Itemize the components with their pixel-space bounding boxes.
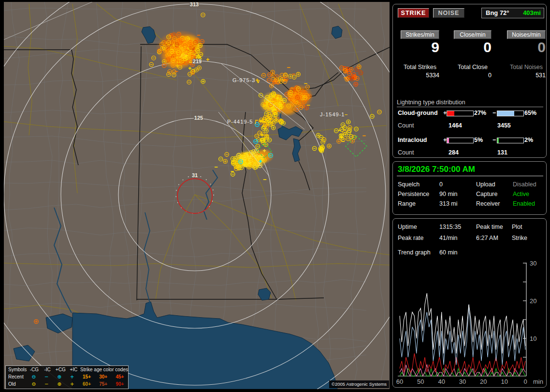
minus-percent-1: 2% — [524, 137, 533, 143]
rate-value-2: 0 — [507, 39, 546, 56]
stat-cell-1-3: Strike — [512, 235, 527, 241]
count-label-0: Count — [398, 122, 414, 129]
status-cell-1-2: Capture — [476, 191, 497, 197]
storm-direction-icon: / — [255, 119, 256, 125]
legend-row-recent: Recent⊖−⊕+15+30+45+ — [6, 373, 128, 380]
legend-age-value: 75+ — [95, 380, 112, 388]
bearing-range-readout: Bng 72° 403mi — [481, 8, 544, 18]
ring-label-219: 219 — [193, 58, 202, 64]
status-cell-0-1: 0 — [439, 181, 443, 188]
plus-bar-fill — [447, 111, 454, 116]
stat-cell-0-1: 1315:35 — [439, 224, 461, 230]
lightning-map[interactable]: G-975-3vP-4419-5/J-1549-1–31125219313 Sy… — [4, 2, 390, 389]
noise-mode-button[interactable]: NOISE — [433, 8, 464, 18]
minus-sign: − — [492, 137, 496, 143]
rate-button-2[interactable]: Noises/min — [507, 30, 546, 39]
svg-text:min: min — [533, 378, 543, 385]
legend-symbol-icon: + — [66, 380, 79, 388]
trend-window-value: 60 min — [439, 249, 458, 256]
minus-bar-fill — [497, 111, 514, 116]
copyright-label: ©2005 Astrogenic Systems — [329, 380, 389, 388]
rate-button-0[interactable]: Strikes/min — [401, 30, 439, 39]
status-panel: 3/8/2026 7:50:00 AM Squelch0UploadDisabl… — [392, 161, 547, 215]
trend-graph: 1020306050403020100min — [396, 259, 544, 385]
svg-text:60: 60 — [396, 378, 403, 385]
minus-bar-fill — [497, 138, 499, 143]
svg-text:20: 20 — [480, 378, 487, 385]
dist-row-name-1: Intracloud — [398, 137, 427, 143]
stat-cell-1-2: 6:27 AM — [476, 235, 498, 241]
plus-ratio-bar-0 — [447, 111, 474, 116]
status-cell-1-3: Active — [513, 191, 529, 197]
dist-row-name-0: Cloud-ground — [398, 110, 438, 116]
legend-age-value: 15+ — [78, 373, 95, 380]
rates-panel: STRIKE NOISE Bng 72° 403mi Strikes/min9T… — [392, 4, 547, 158]
minus-ratio-bar-1 — [497, 138, 524, 143]
storm-cell-label: J-1549-1 — [320, 112, 345, 117]
svg-text:30: 30 — [530, 260, 536, 267]
trend-panel: Uptime1315:35Peak timePlotPeak rate41/mi… — [392, 218, 547, 388]
rate-button-1[interactable]: Close/min — [454, 30, 492, 39]
datetime-display: 3/8/2026 7:50:00 AM — [398, 165, 475, 174]
svg-text:10: 10 — [501, 378, 507, 385]
storm-direction-icon: v — [257, 78, 260, 84]
plus-bar-fill — [447, 138, 449, 143]
distance-value: 403mi — [523, 8, 541, 18]
status-cell-0-3: Disabled — [513, 181, 536, 188]
legend-symbol-icon: ⊖ — [27, 380, 40, 388]
legend-symbol-icon: + — [66, 373, 79, 380]
total-label-1: Total Close — [451, 64, 494, 70]
legend-symbol-icon: − — [40, 373, 53, 380]
minus-count-0: 3455 — [497, 122, 511, 129]
stat-cell-1-1: 41/min — [439, 235, 458, 241]
total-label-0: Total Strikes — [398, 64, 442, 70]
total-value-2: 531 — [507, 72, 546, 79]
legend-symbol-icon: − — [40, 380, 53, 388]
minus-count-1: 131 — [497, 149, 507, 156]
plus-percent-0: 27% — [474, 110, 486, 116]
svg-text:20: 20 — [530, 297, 536, 305]
stat-cell-0-3: Plot — [512, 224, 522, 230]
rate-value-0: 9 — [401, 39, 439, 56]
legend-row-old: Old⊖−⊕+60+75+90+ — [6, 380, 128, 388]
ring-label-125: 125 — [194, 115, 203, 121]
divider — [397, 176, 543, 176]
legend-age-value: 90+ — [112, 380, 128, 388]
rate-value-1: 0 — [454, 39, 492, 56]
strike-mode-button[interactable]: STRIKE — [398, 8, 429, 18]
storm-direction-icon: – — [345, 112, 347, 117]
total-value-1: 0 — [454, 72, 492, 79]
svg-text:30: 30 — [459, 378, 466, 385]
trend-graph-label: Trend graph — [398, 249, 431, 256]
status-cell-2-2: Receiver — [476, 200, 500, 207]
total-label-2: Total Noises — [504, 64, 549, 70]
map-symbol-legend: Symbols -CG -IC +CG +IC Strike age color… — [5, 365, 129, 389]
count-label-1: Count — [398, 149, 414, 156]
svg-text:0: 0 — [523, 378, 527, 385]
status-cell-1-0: Persistence — [398, 191, 429, 197]
bearing-value: Bng 72° — [486, 8, 509, 18]
storm-cell-label: G-975-3 — [232, 77, 255, 83]
storm-cell-label: P-4419-5 — [227, 119, 253, 125]
legend-age-header: Strike age color codes — [80, 366, 128, 373]
legend-symbol-icon: ⊕ — [53, 373, 66, 380]
stat-cell-0-0: Uptime — [398, 224, 417, 230]
legend-header-row: Symbols -CG -IC +CG +IC Strike age color… — [6, 366, 128, 373]
status-cell-2-1: 313 mi — [439, 200, 458, 207]
app-window: G-975-3vP-4419-5/J-1549-1–31125219313 Sy… — [0, 0, 550, 392]
legend-age-value: 30+ — [95, 373, 112, 380]
ring-label-313: 313 — [190, 2, 199, 7]
plus-ratio-bar-1 — [447, 138, 474, 143]
svg-text:50: 50 — [417, 378, 424, 385]
ring-label-31: 31 — [192, 172, 198, 178]
plus-count-1: 284 — [449, 149, 459, 156]
minus-percent-0: 65% — [524, 110, 536, 116]
legend-symbol-icon: ⊖ — [27, 373, 40, 380]
status-cell-2-3: Enabled — [513, 200, 535, 207]
status-cell-0-0: Squelch — [398, 181, 420, 188]
status-cell-0-2: Upload — [476, 181, 495, 188]
distribution-title: Lightning type distribution — [397, 99, 543, 107]
legend-symbol-icon: ⊕ — [53, 380, 66, 388]
total-value-0: 5334 — [401, 72, 439, 79]
minus-sign: − — [492, 110, 496, 116]
